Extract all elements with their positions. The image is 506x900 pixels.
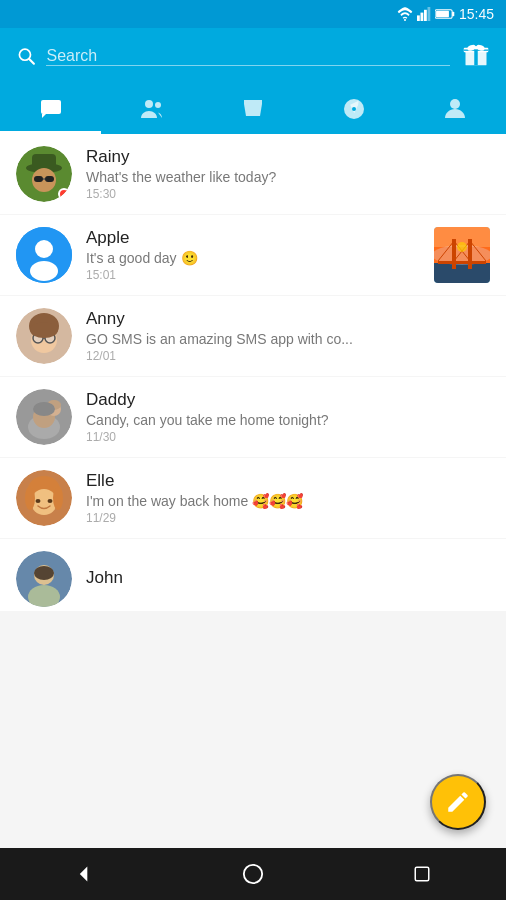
- svg-point-62: [36, 499, 41, 503]
- svg-rect-6: [436, 11, 449, 17]
- svg-point-18: [145, 100, 153, 108]
- wifi-icon: [397, 7, 413, 21]
- conversation-anny[interactable]: Anny GO SMS is an amazing SMS app with c…: [0, 296, 506, 376]
- person-icon: [443, 97, 467, 121]
- message-content-apple: Apple It's a good day 🙂 15:01: [86, 228, 424, 282]
- message-preview-daddy: Candy, can you take me home tonight?: [86, 412, 490, 428]
- svg-rect-27: [34, 176, 43, 182]
- message-time-rainy: 15:30: [86, 187, 490, 201]
- message-content-john: John: [86, 568, 490, 590]
- status-icons: 15:45: [397, 6, 494, 22]
- contact-name-elle: Elle: [86, 471, 490, 491]
- bottom-nav-bar: [0, 848, 506, 900]
- signal-icon: [417, 7, 431, 21]
- svg-rect-7: [452, 12, 454, 16]
- avatar-apple: [16, 227, 72, 283]
- tab-contacts[interactable]: [101, 84, 202, 134]
- svg-point-71: [244, 865, 262, 883]
- tab-store[interactable]: [202, 84, 303, 134]
- status-bar: 15:45: [0, 0, 506, 28]
- conversation-john[interactable]: John: [0, 539, 506, 611]
- recents-icon: [413, 865, 431, 883]
- svg-rect-36: [434, 263, 490, 283]
- contact-name-rainy: Rainy: [86, 147, 490, 167]
- online-indicator-rainy: [58, 188, 70, 200]
- contact-name-apple: Apple: [86, 228, 424, 248]
- svg-point-58: [33, 402, 55, 416]
- message-preview-apple: It's a good day 🙂: [86, 250, 424, 266]
- svg-point-68: [34, 566, 54, 580]
- recents-button[interactable]: [394, 848, 450, 900]
- gift-button[interactable]: [462, 39, 490, 74]
- message-time-apple: 15:01: [86, 268, 424, 282]
- contact-name-daddy: Daddy: [86, 390, 490, 410]
- svg-point-52: [30, 322, 58, 338]
- compose-icon: [445, 789, 471, 815]
- thumbnail-apple: [434, 227, 490, 283]
- message-time-elle: 11/29: [86, 511, 490, 525]
- svg-rect-72: [415, 867, 429, 881]
- back-button[interactable]: [56, 848, 112, 900]
- avatar-rainy: [16, 146, 72, 202]
- tab-profile[interactable]: [405, 84, 506, 134]
- conversation-daddy[interactable]: Daddy Candy, can you take me home tonigh…: [0, 377, 506, 457]
- gift-icon: [462, 39, 490, 67]
- contact-name-anny: Anny: [86, 309, 490, 329]
- svg-rect-25: [32, 154, 56, 168]
- store-icon: [241, 97, 265, 121]
- svg-point-22: [450, 99, 460, 109]
- svg-rect-2: [420, 13, 423, 21]
- home-button[interactable]: [225, 848, 281, 900]
- svg-rect-40: [438, 261, 486, 264]
- avatar-anny: [16, 308, 72, 364]
- tab-discover[interactable]: [304, 84, 405, 134]
- message-time-anny: 12/01: [86, 349, 490, 363]
- search-bar: [0, 28, 506, 84]
- search-icon: [16, 45, 36, 67]
- avatar-john: [16, 551, 72, 607]
- svg-rect-13: [464, 49, 489, 50]
- nav-tabs: [0, 84, 506, 134]
- message-content-anny: Anny GO SMS is an amazing SMS app with c…: [86, 309, 490, 363]
- message-preview-elle: I'm on the way back home 🥰🥰🥰: [86, 493, 490, 509]
- battery-icon: [435, 8, 455, 20]
- avatar-daddy: [16, 389, 72, 445]
- svg-rect-4: [427, 7, 430, 21]
- contact-name-john: John: [86, 568, 490, 588]
- home-icon: [242, 863, 264, 885]
- conversation-rainy[interactable]: Rainy What's the weather like today? 15:…: [0, 134, 506, 214]
- svg-point-32: [30, 261, 58, 281]
- people-icon: [140, 97, 164, 121]
- svg-point-0: [404, 19, 406, 21]
- message-icon: [39, 97, 63, 121]
- svg-point-64: [25, 486, 35, 510]
- back-icon: [74, 864, 94, 884]
- svg-rect-3: [424, 10, 427, 21]
- message-content-elle: Elle I'm on the way back home 🥰🥰🥰 11/29: [86, 471, 490, 525]
- svg-point-45: [457, 242, 467, 252]
- compass-icon: [342, 97, 366, 121]
- search-input-area[interactable]: [16, 45, 450, 67]
- svg-point-65: [53, 486, 63, 510]
- conversation-apple[interactable]: Apple It's a good day 🙂 15:01: [0, 215, 506, 295]
- svg-rect-1: [417, 15, 420, 21]
- svg-point-63: [48, 499, 53, 503]
- status-time: 15:45: [459, 6, 494, 22]
- tab-messages[interactable]: [0, 84, 101, 134]
- svg-point-16: [474, 46, 478, 50]
- svg-rect-17: [41, 100, 61, 114]
- message-time-daddy: 11/30: [86, 430, 490, 444]
- svg-point-61: [31, 489, 57, 515]
- message-preview-anny: GO SMS is an amazing SMS app with co...: [86, 331, 490, 347]
- svg-point-31: [35, 240, 53, 258]
- svg-point-21: [352, 107, 356, 111]
- svg-line-9: [29, 59, 34, 64]
- conversation-elle[interactable]: Elle I'm on the way back home 🥰🥰🥰 11/29: [0, 458, 506, 538]
- avatar-elle: [16, 470, 72, 526]
- message-list: Rainy What's the weather like today? 15:…: [0, 134, 506, 848]
- message-content-daddy: Daddy Candy, can you take me home tonigh…: [86, 390, 490, 444]
- svg-marker-70: [80, 867, 88, 882]
- search-input[interactable]: [46, 47, 450, 66]
- svg-point-19: [155, 102, 161, 108]
- compose-button[interactable]: [430, 774, 486, 830]
